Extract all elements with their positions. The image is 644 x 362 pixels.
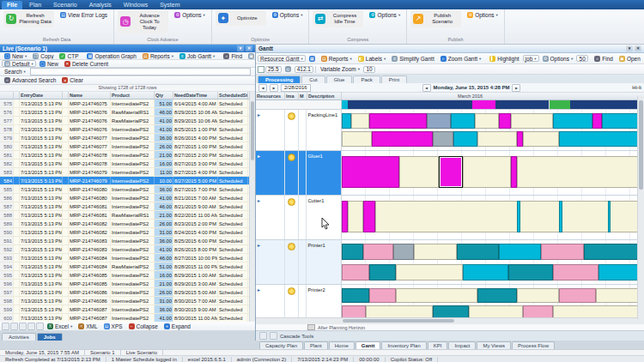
gantt-activity-bar[interactable] (475, 113, 499, 129)
gantt-activity-bar[interactable] (517, 288, 559, 303)
column-header-name[interactable]: Name (69, 92, 111, 99)
gantt-activity-bar[interactable] (477, 288, 517, 303)
panel-close-icon[interactable]: ✕ (635, 45, 641, 51)
reports-button[interactable]: ▤Reports▾ (140, 52, 176, 59)
cascade-tool-icon[interactable] (259, 332, 267, 340)
resource-expander-cell[interactable]: ▸ (256, 151, 285, 195)
expand-button[interactable]: +Expand (161, 323, 193, 329)
panel-menu-icon[interactable]: ▾ (237, 45, 244, 51)
resource-row-header[interactable]: ▸ Gluer1 (256, 151, 342, 195)
grid-tool-icon[interactable] (2, 323, 9, 330)
delete-current-button[interactable]: ✕Delete Current (62, 60, 111, 67)
gantt-activity-bar[interactable] (541, 244, 583, 260)
table-row[interactable]: 5767/13/2015 5:13 PMMRP-214746076RawMate… (0, 108, 250, 117)
resource-expander-cell[interactable]: ▸ (256, 285, 285, 317)
gantt-activity-bar[interactable] (511, 113, 553, 129)
options-button[interactable]: ⚙Options▾ (465, 11, 501, 18)
variable-zoom-button[interactable]: Variable Zoom▾ (318, 66, 362, 73)
table-row[interactable]: 5937/13/2015 5:13 PMMRP-214746084Interme… (0, 254, 250, 262)
menu-tab-plan[interactable]: Plan (24, 1, 46, 9)
scrollbar-thumb[interactable] (251, 101, 254, 161)
scrollbar-thumb[interactable] (343, 319, 454, 323)
open-button[interactable]: ▣Open (617, 55, 643, 62)
optimize-button[interactable]: ✦Optimize (216, 10, 266, 26)
gantt-activity-bar[interactable] (369, 264, 397, 281)
menu-tab-analysis[interactable]: Analysis (84, 1, 117, 9)
gantt-activity-bar[interactable] (399, 156, 439, 188)
jobs-grid-vertical-scrollbar[interactable] (249, 92, 255, 322)
resource-expander-cell[interactable]: ▸ (256, 110, 285, 150)
gantt-activity-bar[interactable] (348, 201, 363, 232)
new-button[interactable]: ▢New (37, 60, 61, 67)
table-row[interactable]: 5927/13/2015 5:13 PMMRP-214746083Interme… (0, 245, 250, 254)
gantt-column-header-m[interactable]: M (299, 93, 307, 100)
gantt-vertical-scrollbar[interactable] (637, 96, 644, 319)
gantt-tab-cut[interactable]: Cut (301, 75, 325, 83)
gantt-column-header-resources[interactable]: Resources (256, 93, 285, 100)
resource-row-header[interactable]: ▸ Printer1 (256, 240, 342, 284)
table-row[interactable]: 5977/13/2015 5:13 PMMRP-214746086Interme… (0, 288, 250, 297)
column-header-icon[interactable] (14, 92, 20, 99)
workspace-tab-home[interactable]: Home (329, 341, 355, 349)
gantt-activity-bar[interactable] (511, 156, 517, 188)
table-row[interactable]: 5787/13/2015 5:13 PMMRP-214746076Interme… (0, 125, 250, 134)
gantt-activity-bar[interactable] (499, 113, 511, 129)
workspace-tab-impact[interactable]: Impact (448, 341, 476, 349)
resource-expander-cell[interactable]: ▸ (256, 240, 285, 284)
column-header-entrydate[interactable]: EntryDate (20, 92, 63, 99)
table-row[interactable]: 5777/13/2015 5:13 PMMRP-214746076RawMate… (0, 117, 250, 125)
gantt-activity-bar[interactable] (477, 131, 517, 147)
workspace-tab-plant[interactable]: Plant (304, 341, 328, 349)
gantt-activity-bar[interactable] (342, 113, 351, 129)
default-button[interactable]: ▤Default▾ (2, 60, 36, 67)
panel-menu-icon[interactable]: ▾ (626, 45, 633, 51)
25-5-button[interactable]: 25.5 (265, 66, 282, 73)
table-row[interactable]: 5907/13/2015 5:13 PMMRP-214746082Interme… (0, 228, 250, 237)
operation-graph-button[interactable]: ▦Operation Graph (84, 52, 138, 59)
gantt-activity-bar[interactable] (414, 244, 456, 260)
table-row[interactable]: 5877/13/2015 5:13 PMMRP-214746081Interme… (0, 202, 250, 211)
gantt-activity-bar[interactable] (559, 288, 595, 303)
gantt-activity-bar[interactable] (517, 201, 520, 232)
column-header-icon[interactable] (63, 92, 69, 99)
find-button[interactable]: ⌕Find (592, 55, 616, 62)
table-row[interactable]: 5897/13/2015 5:13 PMMRP-214746082Interme… (0, 220, 250, 228)
table-row[interactable]: 5887/13/2015 5:13 PMMRP-214746081RawMate… (0, 211, 250, 220)
gantt-activity-bar[interactable] (453, 131, 477, 147)
gantt-activity-bar[interactable] (592, 113, 602, 129)
search-input[interactable] (30, 68, 251, 75)
gantt-activity-bar[interactable] (439, 156, 463, 188)
gantt-activity-bar[interactable] (342, 264, 369, 281)
gantt-activity-bar[interactable] (469, 305, 523, 317)
panel-close-icon[interactable]: ✕ (246, 45, 252, 51)
menu-tab-windows[interactable]: Windows (118, 1, 153, 9)
table-row[interactable]: 5807/13/2015 5:13 PMMRP-214746077Interme… (0, 142, 250, 151)
gantt-activity-bar[interactable] (451, 113, 475, 129)
gantt-tab-glue[interactable]: Glue (326, 75, 353, 83)
gantt-activity-bar[interactable] (517, 156, 644, 188)
grid-tool-icon[interactable] (10, 323, 18, 330)
workspace-tab-my-views[interactable]: My Views (477, 341, 511, 349)
table-row[interactable]: 5917/13/2015 5:13 PMMRP-214746083Interme… (0, 237, 250, 245)
gantt-activity-bar[interactable] (342, 305, 366, 317)
gantt-activity-bar[interactable] (457, 244, 499, 260)
scroll-left-icon[interactable]: ◀ (422, 84, 431, 92)
workspace-tab-inventory-plan[interactable]: Inventory Plan (381, 341, 426, 349)
table-row[interactable]: 5837/13/2015 5:13 PMMRP-214746079Interme… (0, 168, 250, 177)
10-button[interactable]: 10 (363, 66, 375, 73)
menu-tab-file[interactable]: File (2, 1, 22, 9)
gantt-horizontal-scrollbar[interactable] (256, 317, 644, 324)
reports-button[interactable]: ▤Reports▾ (319, 55, 355, 62)
gantt-activity-bar[interactable] (366, 305, 432, 317)
publish-scenario-button[interactable]: ↗Publish Scenario (410, 10, 461, 27)
column-header-icon[interactable] (0, 92, 14, 99)
gantt-activity-bar[interactable] (553, 113, 592, 129)
workspace-tab-capacity-plan[interactable]: Capacity Plan (259, 341, 303, 349)
table-row[interactable]: 5997/13/2015 5:13 PMMRP-214746087Interme… (0, 305, 250, 314)
gantt-tab-processing[interactable]: Processing (258, 75, 301, 83)
gantt-activity-bar[interactable] (342, 131, 372, 147)
50-button[interactable]: 50 (576, 55, 588, 62)
highlight-button[interactable]: ▍Highlight (487, 55, 521, 62)
refresh-planning-data-button[interactable]: ↻Refresh Planning Data (3, 10, 54, 27)
gantt-activity-bar[interactable] (363, 244, 393, 260)
